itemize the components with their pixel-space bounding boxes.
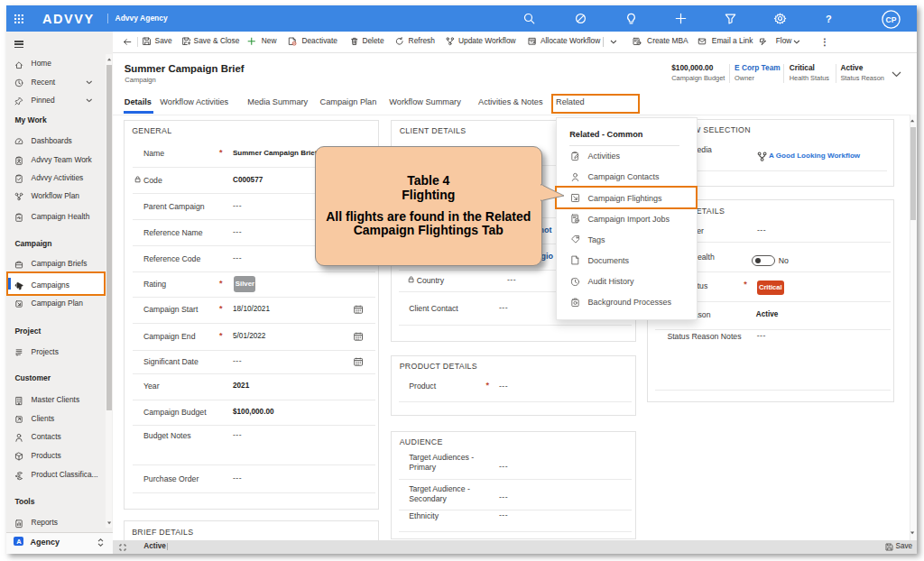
svg-text:CP: CP: [885, 14, 896, 23]
